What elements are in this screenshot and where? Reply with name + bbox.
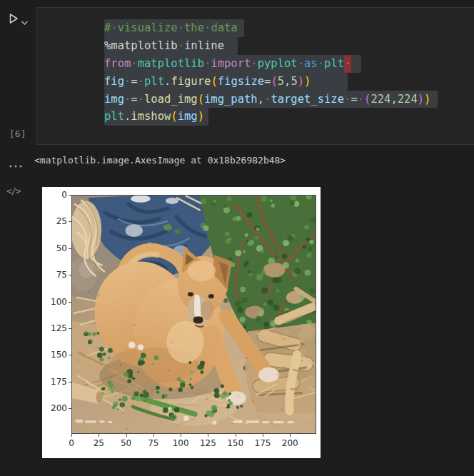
x-tick-label: 25 (86, 438, 111, 448)
x-tick-label: 75 (141, 438, 166, 448)
code-line: fig·=·plt.figure(figsize=(5,5)) (104, 73, 438, 91)
x-tick-mark (126, 434, 127, 437)
y-tick-label: 0 (47, 190, 67, 200)
execution-count: [6] (9, 128, 26, 139)
code-editor[interactable]: #·visualize·the·data%matplotlib·inlinefr… (104, 19, 438, 126)
y-tick-label: 75 (47, 270, 67, 280)
x-tick-mark (263, 434, 263, 437)
y-tick-label: 125 (47, 323, 67, 333)
code-line: %matplotlib·inline (104, 37, 438, 55)
y-tick-mark (69, 221, 71, 222)
chevron-down-icon[interactable] (21, 16, 29, 23)
x-tick-label: 0 (59, 438, 84, 448)
x-tick-label: 100 (168, 438, 193, 448)
code-line: img·=·load_img(img_path,·target_size·=·(… (104, 91, 438, 108)
y-tick-mark (69, 382, 71, 383)
code-line: plt.imshow(img) (104, 108, 438, 126)
x-tick-label: 50 (114, 438, 139, 448)
y-tick-mark (69, 328, 71, 329)
y-tick-label: 50 (47, 243, 67, 253)
output-repr-text: <matplotlib.image.AxesImage at 0x18b2698… (34, 155, 286, 166)
code-cell[interactable]: #·visualize·the·data%matplotlib·inlinefr… (36, 7, 474, 145)
x-tick-label: 125 (195, 438, 221, 448)
run-cell-button[interactable] (7, 12, 20, 25)
x-tick-label: 200 (277, 438, 303, 448)
matplotlib-figure: 0255075100125150175200025507510012515017… (42, 187, 321, 458)
x-tick-mark (290, 434, 291, 437)
y-tick-mark (69, 195, 71, 196)
y-tick-label: 175 (47, 377, 67, 387)
trailing-space-marker: · (344, 55, 351, 73)
y-tick-mark (69, 355, 71, 355)
y-tick-label: 200 (47, 403, 67, 413)
y-tick-mark (69, 408, 71, 409)
y-tick-mark (69, 302, 71, 303)
x-tick-mark (71, 434, 72, 437)
x-tick-mark (153, 434, 154, 437)
x-tick-mark (99, 434, 99, 437)
x-tick-label: 175 (250, 438, 276, 448)
x-tick-mark (181, 434, 181, 437)
x-tick-label: 150 (223, 438, 248, 448)
ellipsis-icon[interactable] (9, 158, 23, 171)
x-tick-mark (208, 434, 208, 437)
code-icon: </> (6, 186, 21, 196)
x-tick-mark (236, 434, 236, 437)
play-icon (7, 12, 20, 25)
y-tick-label: 150 (47, 350, 67, 360)
code-line: #·visualize·the·data (104, 19, 438, 37)
y-tick-label: 25 (47, 216, 67, 226)
code-line: from·matplotlib·import·pyplot·as·plt· (104, 55, 438, 73)
y-tick-label: 100 (47, 297, 67, 307)
y-tick-mark (69, 275, 71, 275)
y-tick-mark (69, 248, 71, 249)
notebook-screen: #·visualize·the·data%matplotlib·inlinefr… (0, 0, 474, 476)
puppy-image (71, 195, 316, 434)
